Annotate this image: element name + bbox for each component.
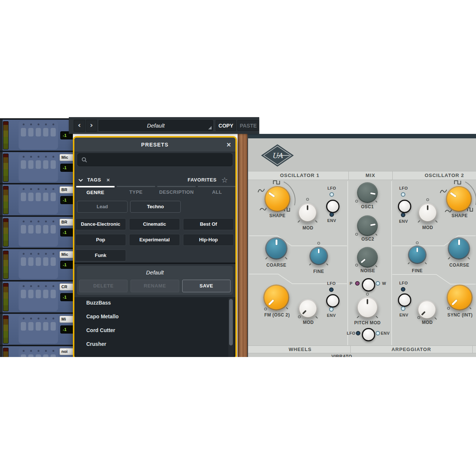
insert-slot-button[interactable]	[36, 253, 41, 266]
insert-slot-button[interactable]	[36, 123, 41, 136]
pitch-mod-source-toggle[interactable]	[362, 328, 375, 341]
osc2-lfo-indicator	[401, 192, 405, 197]
chevron-down-icon[interactable]	[78, 178, 83, 182]
insert-slot-button[interactable]	[51, 221, 56, 234]
preset-search-box[interactable]	[77, 153, 232, 166]
filter-tag-lead[interactable]: Lead	[77, 201, 128, 213]
osc2-sync-env-label: ENV	[399, 313, 408, 317]
osc2-coarse-knob[interactable]	[448, 237, 470, 260]
insert-slot-button[interactable]	[28, 123, 33, 136]
insert-slot-button[interactable]	[21, 318, 26, 331]
next-preset-button[interactable]: ›	[86, 120, 97, 132]
insert-slot-button[interactable]	[28, 188, 33, 201]
insert-slot-button[interactable]	[28, 156, 33, 169]
favorites-control[interactable]: FAVORITES ☆	[187, 176, 228, 184]
insert-slot-button[interactable]	[28, 318, 33, 331]
insert-slot-button[interactable]	[28, 350, 33, 357]
insert-slot-button[interactable]	[43, 221, 48, 234]
tab-genre[interactable]: GENRE	[76, 186, 115, 195]
copy-button[interactable]: COPY	[216, 120, 236, 131]
genre-tag-button[interactable]: Cinematic	[129, 218, 180, 230]
insert-slot-button[interactable]	[28, 221, 33, 234]
preset-list-item[interactable]: Capo Metallo	[74, 311, 235, 325]
delete-button[interactable]: DELETE	[79, 280, 128, 292]
insert-slot-button[interactable]	[43, 156, 48, 169]
osc1-fine-knob[interactable]	[309, 247, 328, 265]
osc1-fm-source-toggle[interactable]	[326, 294, 340, 308]
insert-slot-button[interactable]	[36, 188, 41, 201]
osc1-coarse-knob[interactable]	[265, 237, 287, 260]
insert-slot-button[interactable]	[51, 253, 56, 266]
osc2-sync-knob[interactable]	[447, 284, 473, 311]
osc2-mod-knob[interactable]	[418, 203, 437, 222]
previous-preset-button[interactable]: ‹	[74, 120, 85, 132]
insert-slot-button[interactable]	[51, 285, 56, 298]
insert-slot-button[interactable]	[28, 253, 33, 266]
insert-slot-button[interactable]	[43, 318, 48, 331]
insert-slot-button[interactable]	[43, 285, 48, 298]
preset-list-item[interactable]: Cord Cutter	[74, 325, 235, 338]
insert-slot-button[interactable]	[28, 285, 33, 298]
osc1-mod-source-toggle[interactable]	[326, 200, 340, 213]
close-icon[interactable]: ×	[226, 139, 231, 150]
insert-slot-button[interactable]	[51, 188, 56, 201]
genre-tag-button[interactable]: Experimental	[129, 234, 180, 246]
clear-tags-icon[interactable]: ×	[106, 177, 110, 183]
insert-slot-button[interactable]	[21, 156, 26, 169]
insert-slot-button[interactable]	[21, 123, 26, 136]
insert-slot-button[interactable]	[51, 156, 56, 169]
insert-slot-button[interactable]	[51, 123, 56, 136]
insert-slot-button[interactable]	[21, 253, 26, 266]
tab-type[interactable]: TYPE	[117, 186, 155, 195]
genre-tag-button[interactable]: Funk	[75, 250, 126, 261]
insert-slot-button[interactable]	[36, 221, 41, 234]
insert-slot-button[interactable]	[36, 285, 41, 298]
osc2-shape-knob[interactable]	[446, 186, 472, 212]
osc1-fm-knob[interactable]	[263, 284, 289, 311]
insert-slot-button[interactable]	[21, 221, 26, 234]
tab-description[interactable]: DESCRIPTION	[157, 186, 196, 195]
preset-list-item[interactable]: BuzzBass	[74, 297, 235, 311]
pitch-mod-label: PITCH MOD	[354, 321, 381, 325]
paste-button[interactable]: PASTE	[237, 120, 259, 131]
insert-slot-button[interactable]	[43, 253, 48, 266]
osc1-shape-knob[interactable]	[264, 186, 290, 212]
genre-tag-button[interactable]: Best Of	[183, 218, 234, 230]
pitch-mod-knob[interactable]	[357, 297, 378, 318]
insert-slot-button[interactable]	[43, 188, 48, 201]
osc2-sync-mod-knob[interactable]	[417, 300, 437, 319]
genre-tag-button[interactable]: Pop	[75, 234, 126, 246]
insert-slot-button[interactable]	[21, 188, 26, 201]
track-name-label: Mic	[60, 251, 73, 258]
insert-slot-button[interactable]	[36, 318, 41, 331]
tab-all[interactable]: ALL	[198, 186, 236, 195]
preset-list-scrollbar[interactable]	[228, 298, 234, 357]
filter-tag-techno[interactable]: Techno	[130, 201, 181, 213]
insert-slot-button[interactable]	[51, 350, 56, 357]
genre-tag-button[interactable]: Hip-Hop	[183, 234, 234, 246]
insert-slot-button[interactable]	[36, 350, 41, 357]
noise-pw-toggle[interactable]	[362, 278, 375, 292]
scrollbar-thumb[interactable]	[229, 299, 233, 345]
osc2-mod-source-toggle[interactable]	[398, 200, 411, 213]
mix-osc2-knob[interactable]	[357, 215, 378, 236]
osc1-mod-knob[interactable]	[298, 203, 317, 222]
osc2-fine-knob[interactable]	[408, 245, 427, 264]
rename-button[interactable]: RENAME	[131, 280, 179, 292]
insert-slot-button[interactable]	[43, 123, 48, 136]
genre-tag-button[interactable]: Dance-Electronic	[75, 218, 126, 230]
save-button[interactable]: SAVE	[182, 280, 231, 292]
insert-slot-button[interactable]	[21, 350, 26, 357]
insert-slot-button[interactable]	[36, 156, 41, 169]
insert-slot-button[interactable]	[43, 350, 48, 357]
osc1-fm-mod-knob[interactable]	[298, 299, 318, 318]
osc2-sync-source-toggle[interactable]	[398, 293, 411, 307]
insert-slot-button[interactable]	[51, 318, 56, 331]
preset-search-input[interactable]	[90, 157, 228, 163]
osc1-fm-lfo-indicator	[329, 287, 334, 292]
preset-name-dropdown[interactable]: Default	[99, 120, 213, 131]
preset-list-item[interactable]: Crusher	[74, 338, 235, 352]
insert-slot-button[interactable]	[21, 285, 26, 298]
mix-osc1-knob[interactable]	[357, 182, 378, 203]
mix-noise-knob[interactable]	[357, 247, 378, 268]
